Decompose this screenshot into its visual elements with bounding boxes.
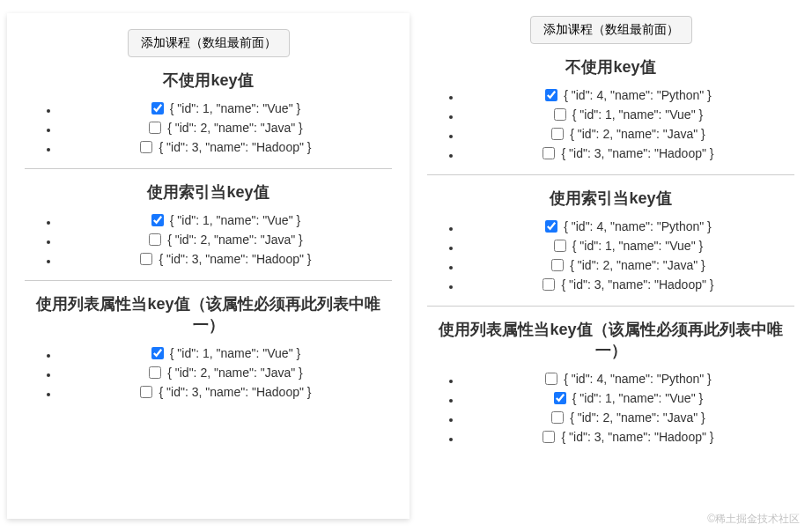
list-item: { "id": 4, "name": "Python" }	[462, 218, 794, 237]
item-label: { "id": 3, "name": "Hadoop" }	[159, 385, 311, 399]
item-checkbox[interactable]	[551, 259, 564, 271]
list-item: { "id": 3, "name": "Hadoop" }	[60, 138, 392, 158]
list-no-key: { "id": 4, "name": "Python" }{ "id": 1, …	[427, 86, 794, 164]
item-checkbox[interactable]	[554, 240, 566, 252]
list-index-key: { "id": 4, "name": "Python" }{ "id": 1, …	[427, 218, 794, 295]
divider	[25, 280, 392, 281]
list-item: { "id": 4, "name": "Python" }	[462, 370, 794, 389]
list-item: { "id": 1, "name": "Vue" }	[60, 344, 392, 364]
heading-no-key: 不使用key值	[427, 56, 794, 78]
item-label: { "id": 1, "name": "Vue" }	[170, 346, 300, 360]
add-course-button[interactable]: 添加课程（数组最前面）	[530, 16, 692, 44]
item-label: { "id": 1, "name": "Vue" }	[572, 107, 703, 122]
item-label: { "id": 3, "name": "Hadoop" }	[561, 277, 713, 292]
item-label: { "id": 2, "name": "Java" }	[167, 121, 303, 135]
list-item: { "id": 1, "name": "Vue" }	[462, 106, 794, 125]
item-label: { "id": 2, "name": "Java" }	[570, 410, 705, 425]
item-label: { "id": 1, "name": "Vue" }	[170, 101, 300, 115]
item-label: { "id": 2, "name": "Java" }	[570, 258, 705, 272]
item-checkbox[interactable]	[140, 253, 152, 265]
item-label: { "id": 4, "name": "Python" }	[564, 372, 712, 386]
item-label: { "id": 2, "name": "Java" }	[167, 233, 303, 247]
list-item: { "id": 2, "name": "Java" }	[60, 119, 392, 138]
list-item: { "id": 1, "name": "Vue" }	[60, 211, 392, 231]
item-label: { "id": 3, "name": "Hadoop" }	[561, 146, 713, 160]
item-checkbox[interactable]	[554, 108, 566, 121]
list-item: { "id": 1, "name": "Vue" }	[462, 389, 794, 409]
list-item: { "id": 1, "name": "Vue" }	[462, 237, 794, 256]
item-checkbox[interactable]	[149, 366, 161, 379]
divider	[427, 306, 794, 307]
divider	[25, 168, 392, 169]
item-checkbox[interactable]	[149, 122, 161, 134]
item-checkbox[interactable]	[151, 102, 164, 115]
list-index-key: { "id": 1, "name": "Vue" }{ "id": 2, "na…	[25, 211, 392, 270]
item-checkbox[interactable]	[149, 233, 161, 246]
list-no-key: { "id": 1, "name": "Vue" }{ "id": 2, "na…	[25, 100, 392, 158]
list-item: { "id": 2, "name": "Java" }	[462, 409, 794, 428]
item-checkbox[interactable]	[543, 147, 555, 159]
item-checkbox[interactable]	[545, 373, 557, 385]
heading-index-key: 使用索引当key值	[427, 188, 794, 209]
add-course-button[interactable]: 添加课程（数组最前面）	[128, 29, 290, 57]
heading-prop-key: 使用列表属性当key值（该属性必须再此列表中唯一）	[25, 293, 392, 336]
item-checkbox[interactable]	[151, 214, 164, 226]
item-label: { "id": 1, "name": "Vue" }	[572, 391, 703, 405]
list-item: { "id": 2, "name": "Java" }	[60, 231, 392, 250]
item-label: { "id": 3, "name": "Hadoop" }	[561, 430, 713, 444]
item-checkbox[interactable]	[140, 141, 152, 153]
item-checkbox[interactable]	[545, 89, 557, 101]
item-label: { "id": 2, "name": "Java" }	[570, 127, 705, 141]
item-checkbox[interactable]	[543, 278, 555, 291]
item-checkbox[interactable]	[554, 392, 566, 404]
item-checkbox[interactable]	[151, 347, 164, 359]
list-item: { "id": 3, "name": "Hadoop" }	[462, 428, 794, 447]
list-item: { "id": 3, "name": "Hadoop" }	[462, 144, 794, 164]
list-prop-key: { "id": 1, "name": "Vue" }{ "id": 2, "na…	[25, 344, 392, 403]
item-label: { "id": 4, "name": "Python" }	[564, 219, 712, 233]
heading-prop-key: 使用列表属性当key值（该属性必须再此列表中唯一）	[427, 319, 794, 361]
item-label: { "id": 3, "name": "Hadoop" }	[159, 140, 311, 154]
item-checkbox[interactable]	[551, 411, 564, 424]
divider	[427, 174, 794, 175]
list-item: { "id": 3, "name": "Hadoop" }	[462, 276, 794, 295]
item-label: { "id": 1, "name": "Vue" }	[170, 213, 300, 227]
item-checkbox[interactable]	[545, 220, 557, 233]
heading-index-key: 使用索引当key值	[25, 181, 392, 203]
list-item: { "id": 3, "name": "Hadoop" }	[60, 250, 392, 270]
item-checkbox[interactable]	[543, 431, 555, 443]
heading-no-key: 不使用key值	[25, 70, 392, 91]
list-item: { "id": 2, "name": "Java" }	[60, 364, 392, 383]
list-item: { "id": 1, "name": "Vue" }	[60, 100, 392, 119]
item-checkbox[interactable]	[140, 386, 152, 398]
list-prop-key: { "id": 4, "name": "Python" }{ "id": 1, …	[427, 370, 794, 447]
list-item: { "id": 2, "name": "Java" }	[462, 256, 794, 276]
item-checkbox[interactable]	[551, 128, 564, 140]
list-item: { "id": 2, "name": "Java" }	[462, 125, 794, 144]
item-label: { "id": 4, "name": "Python" }	[564, 88, 712, 102]
item-label: { "id": 1, "name": "Vue" }	[572, 239, 703, 253]
panel-left: 添加课程（数组最前面） 不使用key值 { "id": 1, "name": "…	[7, 13, 410, 519]
list-item: { "id": 3, "name": "Hadoop" }	[60, 383, 392, 403]
panel-right: 添加课程（数组最前面） 不使用key值 { "id": 4, "name": "…	[410, 0, 812, 532]
list-item: { "id": 4, "name": "Python" }	[462, 86, 794, 106]
item-label: { "id": 3, "name": "Hadoop" }	[159, 252, 311, 266]
item-label: { "id": 2, "name": "Java" }	[167, 366, 303, 380]
watermark: ©稀土掘金技术社区	[707, 512, 800, 527]
